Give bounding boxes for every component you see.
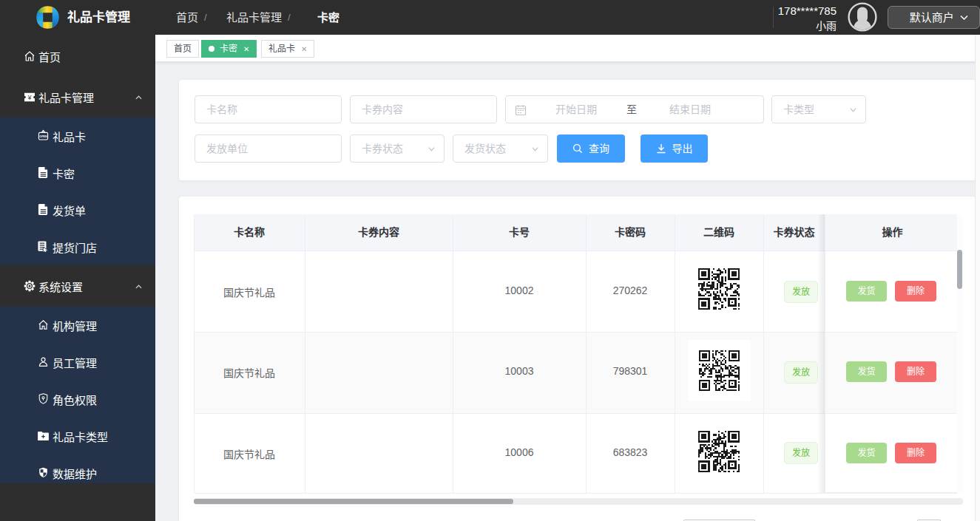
svg-text:OPEN: OPEN [39, 135, 47, 138]
svg-text:¥: ¥ [27, 93, 32, 101]
